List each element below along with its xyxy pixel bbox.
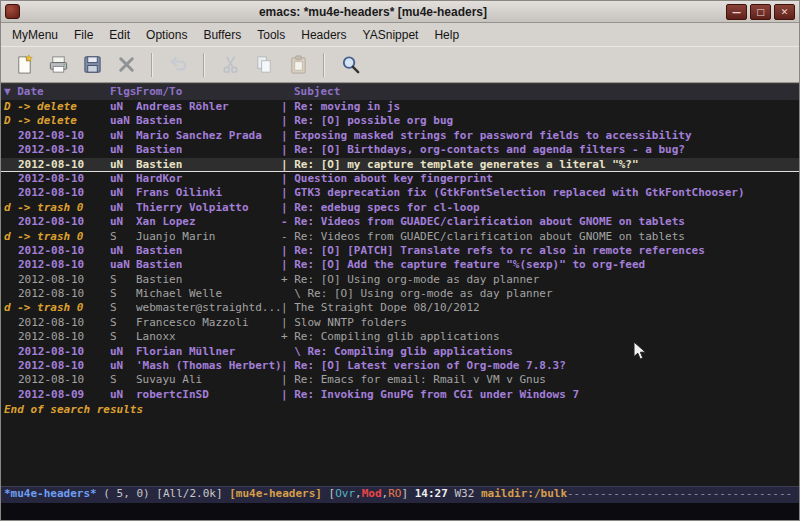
search-button[interactable] (335, 50, 365, 80)
message-date: 2012-08-10 (4, 186, 84, 200)
message-row[interactable]: 2012-08-10SBastien+ Re: [O] Using org-mo… (1, 273, 799, 287)
message-row[interactable]: 2012-08-09uNrobertcInSD| Re: Invoking Gn… (1, 388, 799, 402)
modeline-segment: [All/2.0k] (156, 487, 229, 500)
toolbar-separator (323, 53, 325, 77)
end-of-results: End of search results (1, 402, 799, 417)
print-button[interactable] (43, 50, 73, 80)
modeline-segment: *mu4e-headers* (4, 487, 97, 500)
message-flags: uN (110, 158, 136, 171)
copy-button[interactable] (249, 50, 279, 80)
mark-label: D -> delete (4, 100, 77, 113)
message-date-cell: 2012-08-10 (1, 143, 110, 157)
message-flags: S (110, 316, 136, 330)
message-row[interactable]: 2012-08-10uNMario Sanchez Prada| Exposin… (1, 129, 799, 143)
message-from: Bastien (136, 114, 281, 128)
menu-tools[interactable]: Tools (249, 25, 293, 45)
message-date: 2012-08-10 (4, 287, 84, 301)
paste-button[interactable] (283, 50, 313, 80)
message-from: webmaster@straightd... (136, 301, 281, 315)
column-header-date[interactable]: ▼ Date (1, 84, 110, 100)
message-row[interactable]: d -> trash 0uNThierry Volpiatto| Re: ede… (1, 201, 799, 215)
column-header-subject[interactable]: Subject (281, 84, 799, 100)
minimize-button[interactable]: — (726, 4, 747, 20)
message-subject: | Slow NNTP folders (281, 316, 799, 330)
message-from: 'Mash (Thomas Herbert) (136, 359, 281, 373)
message-flags: uN (110, 359, 136, 373)
cut-icon (220, 54, 241, 75)
menu-help[interactable]: Help (426, 25, 467, 45)
message-row[interactable]: 2012-08-10SMichael Welle \ Re: [O] Using… (1, 287, 799, 301)
message-row[interactable]: 2012-08-10uNBastien| Re: [O] my capture … (1, 158, 799, 172)
message-row[interactable]: d -> trash 0Swebmaster@straightd...| The… (1, 301, 799, 315)
message-date-cell: 2012-08-10 (1, 345, 110, 359)
save-button[interactable] (77, 50, 107, 80)
column-header-flags[interactable]: Flgs (110, 84, 136, 100)
menu-headers[interactable]: Headers (293, 25, 354, 45)
echo-area[interactable] (1, 503, 799, 520)
message-row[interactable]: 2012-08-10SLanoxx+ Re: Compiling glib ap… (1, 330, 799, 344)
message-date: 2012-08-10 (4, 330, 84, 344)
message-date-cell: d -> trash 0 (1, 201, 110, 215)
message-flags: S (110, 273, 136, 287)
message-date-cell: 2012-08-10 (1, 359, 110, 373)
column-header-from[interactable]: From/To (136, 84, 281, 100)
message-flags: S (110, 330, 136, 344)
message-subject: | Re: Emacs for email: Rmail v VM v Gnus (281, 373, 799, 387)
menu-edit[interactable]: Edit (101, 25, 138, 45)
menu-bar: MyMenuFileEditOptionsBuffersToolsHeaders… (1, 23, 799, 46)
window-title: emacs: *mu4e-headers* [mu4e-headers] (24, 5, 722, 19)
menu-buffers[interactable]: Buffers (195, 25, 249, 45)
header-rows: D -> deleteuNAndreas Röhler| Re: moving … (1, 100, 799, 402)
message-from: Lanoxx (136, 330, 281, 344)
maximize-button[interactable]: □ (750, 4, 771, 20)
modeline-segment: Ovr (335, 487, 355, 500)
message-row[interactable]: 2012-08-10uNFlorian Müllner \ Re: Compil… (1, 345, 799, 359)
mark-label: d -> trash 0 (4, 301, 83, 314)
close-button[interactable]: ✕ (774, 4, 795, 20)
close-button[interactable] (111, 50, 141, 80)
message-from: Francesco Mazzoli (136, 316, 281, 330)
modeline-segment: ] (401, 487, 414, 500)
buffer-area: ▼ Date Flgs From/To Subject D -> deleteu… (1, 83, 799, 486)
message-from: HardKor (136, 172, 281, 186)
message-subject: | Re: [O] Latest version of Org-mode 7.8… (281, 359, 799, 373)
menu-mymenu[interactable]: MyMenu (4, 25, 66, 45)
message-from: Suvayu Ali (136, 373, 281, 387)
modeline-segment: , (355, 487, 362, 500)
message-row[interactable]: 2012-08-10uN'Mash (Thomas Herbert)| Re: … (1, 359, 799, 373)
message-flags: S (110, 373, 136, 387)
message-from: Juanjo Marin (136, 230, 281, 244)
window-icon (5, 4, 20, 19)
menu-options[interactable]: Options (138, 25, 195, 45)
message-date-cell: 2012-08-10 (1, 172, 110, 186)
copy-icon (254, 54, 275, 75)
message-row[interactable]: 2012-08-10uaNBastien| Re: [O] Add the ca… (1, 258, 799, 272)
new-file-button[interactable] (9, 50, 39, 80)
message-row[interactable]: D -> deleteuNAndreas Röhler| Re: moving … (1, 100, 799, 114)
message-row[interactable]: 2012-08-10uNBastien| Re: [O] [PATCH] Tra… (1, 244, 799, 258)
message-flags: uaN (110, 258, 136, 272)
message-date: 2012-08-09 (4, 388, 84, 402)
message-row[interactable]: D -> deleteuaNBastien| Re: [O] possible … (1, 114, 799, 128)
save-icon (82, 54, 103, 75)
message-from: Bastien (136, 158, 281, 171)
message-row[interactable]: 2012-08-10uNBastien| Re: [O] Birthdays, … (1, 143, 799, 157)
message-row[interactable]: d -> trash 0SJuanjo Marin- Re: Videos fr… (1, 230, 799, 244)
message-from: Bastien (136, 258, 281, 272)
message-date-cell: 2012-08-10 (1, 258, 110, 272)
message-from: Mario Sanchez Prada (136, 129, 281, 143)
message-row[interactable]: 2012-08-10uNXan Lopez- Re: Videos from G… (1, 215, 799, 229)
message-row[interactable]: 2012-08-10SFrancesco Mazzoli| Slow NNTP … (1, 316, 799, 330)
message-date-cell: D -> delete (1, 114, 110, 128)
menu-yasnippet[interactable]: YASnippet (355, 25, 427, 45)
message-row[interactable]: 2012-08-10uNHardKor| Question about key … (1, 172, 799, 186)
cut-button[interactable] (215, 50, 245, 80)
message-row[interactable]: 2012-08-10uNFrans Oilinki| GTK3 deprecat… (1, 186, 799, 200)
menu-file[interactable]: File (66, 25, 101, 45)
undo-icon (168, 54, 189, 75)
message-date-cell: 2012-08-10 (1, 287, 110, 301)
message-row[interactable]: 2012-08-10SSuvayu Ali| Re: Emacs for ema… (1, 373, 799, 387)
mode-line[interactable]: *mu4e-headers* ( 5, 0) [All/2.0k] [mu4e-… (1, 486, 799, 503)
undo-button[interactable] (163, 50, 193, 80)
message-date: 2012-08-10 (4, 143, 84, 157)
